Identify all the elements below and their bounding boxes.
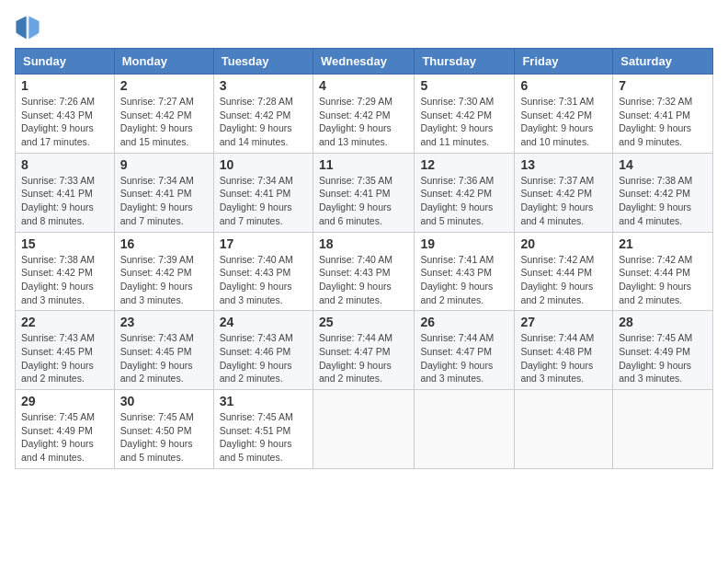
calendar-cell: 30 Sunrise: 7:45 AM Sunset: 4:50 PM Dayl… <box>114 390 213 469</box>
calendar-cell: 12 Sunrise: 7:36 AM Sunset: 4:42 PM Dayl… <box>415 153 515 232</box>
day-info: Sunrise: 7:35 AM Sunset: 4:41 PM Dayligh… <box>319 174 408 228</box>
calendar-header-row: SundayMondayTuesdayWednesdayThursdayFrid… <box>16 49 713 75</box>
calendar-cell: 25 Sunrise: 7:44 AM Sunset: 4:47 PM Dayl… <box>313 311 414 390</box>
day-number: 3 <box>220 78 307 93</box>
calendar-week-row: 15 Sunrise: 7:38 AM Sunset: 4:42 PM Dayl… <box>16 232 713 311</box>
day-info: Sunrise: 7:40 AM Sunset: 4:43 PM Dayligh… <box>319 253 408 307</box>
calendar-cell: 11 Sunrise: 7:35 AM Sunset: 4:41 PM Dayl… <box>313 153 414 232</box>
calendar-cell <box>613 390 713 469</box>
day-number: 6 <box>520 78 607 93</box>
calendar-week-row: 1 Sunrise: 7:26 AM Sunset: 4:43 PM Dayli… <box>16 75 713 154</box>
day-number: 19 <box>420 236 508 251</box>
calendar-cell: 5 Sunrise: 7:30 AM Sunset: 4:42 PM Dayli… <box>415 75 515 154</box>
day-info: Sunrise: 7:32 AM Sunset: 4:41 PM Dayligh… <box>619 95 707 149</box>
day-number: 25 <box>319 315 408 329</box>
calendar-cell: 2 Sunrise: 7:27 AM Sunset: 4:42 PM Dayli… <box>114 75 213 154</box>
day-info: Sunrise: 7:44 AM Sunset: 4:47 PM Dayligh… <box>319 331 408 385</box>
day-number: 11 <box>319 157 408 172</box>
calendar-cell: 10 Sunrise: 7:34 AM Sunset: 4:41 PM Dayl… <box>213 153 313 232</box>
day-number: 28 <box>619 315 707 329</box>
day-header-saturday: Saturday <box>613 49 713 75</box>
calendar-cell: 18 Sunrise: 7:40 AM Sunset: 4:43 PM Dayl… <box>313 232 414 311</box>
calendar-cell: 16 Sunrise: 7:39 AM Sunset: 4:42 PM Dayl… <box>114 232 213 311</box>
day-number: 4 <box>319 78 408 93</box>
day-header-sunday: Sunday <box>16 49 115 75</box>
day-header-friday: Friday <box>515 49 613 75</box>
calendar-cell: 29 Sunrise: 7:45 AM Sunset: 4:49 PM Dayl… <box>16 390 115 469</box>
calendar-week-row: 29 Sunrise: 7:45 AM Sunset: 4:49 PM Dayl… <box>16 390 713 469</box>
day-number: 29 <box>21 394 108 408</box>
day-number: 31 <box>220 394 307 408</box>
day-number: 2 <box>120 78 208 93</box>
day-info: Sunrise: 7:43 AM Sunset: 4:46 PM Dayligh… <box>220 331 307 385</box>
calendar-cell: 20 Sunrise: 7:42 AM Sunset: 4:44 PM Dayl… <box>515 232 613 311</box>
calendar-cell: 19 Sunrise: 7:41 AM Sunset: 4:43 PM Dayl… <box>415 232 515 311</box>
day-info: Sunrise: 7:29 AM Sunset: 4:42 PM Dayligh… <box>319 95 408 149</box>
day-number: 13 <box>520 157 607 172</box>
calendar-cell: 27 Sunrise: 7:44 AM Sunset: 4:48 PM Dayl… <box>515 311 613 390</box>
calendar-cell: 24 Sunrise: 7:43 AM Sunset: 4:46 PM Dayl… <box>213 311 313 390</box>
day-info: Sunrise: 7:45 AM Sunset: 4:49 PM Dayligh… <box>619 331 707 385</box>
calendar-cell: 22 Sunrise: 7:43 AM Sunset: 4:45 PM Dayl… <box>16 311 115 390</box>
day-info: Sunrise: 7:34 AM Sunset: 4:41 PM Dayligh… <box>120 174 208 228</box>
logo-icon <box>15 15 40 40</box>
calendar-cell: 9 Sunrise: 7:34 AM Sunset: 4:41 PM Dayli… <box>114 153 213 232</box>
day-number: 10 <box>220 157 307 172</box>
calendar-week-row: 8 Sunrise: 7:33 AM Sunset: 4:41 PM Dayli… <box>16 153 713 232</box>
calendar-table: SundayMondayTuesdayWednesdayThursdayFrid… <box>15 48 713 469</box>
day-info: Sunrise: 7:28 AM Sunset: 4:42 PM Dayligh… <box>220 95 307 149</box>
calendar-cell: 8 Sunrise: 7:33 AM Sunset: 4:41 PM Dayli… <box>16 153 115 232</box>
day-number: 21 <box>619 236 707 251</box>
day-info: Sunrise: 7:45 AM Sunset: 4:51 PM Dayligh… <box>220 410 307 465</box>
day-number: 18 <box>319 236 408 251</box>
day-info: Sunrise: 7:38 AM Sunset: 4:42 PM Dayligh… <box>21 253 108 307</box>
day-number: 15 <box>21 236 108 251</box>
day-info: Sunrise: 7:44 AM Sunset: 4:48 PM Dayligh… <box>520 331 607 385</box>
calendar-cell: 17 Sunrise: 7:40 AM Sunset: 4:43 PM Dayl… <box>213 232 313 311</box>
day-number: 14 <box>619 157 707 172</box>
day-info: Sunrise: 7:40 AM Sunset: 4:43 PM Dayligh… <box>220 253 307 307</box>
day-info: Sunrise: 7:34 AM Sunset: 4:41 PM Dayligh… <box>220 174 307 228</box>
calendar-week-row: 22 Sunrise: 7:43 AM Sunset: 4:45 PM Dayl… <box>16 311 713 390</box>
calendar-cell: 31 Sunrise: 7:45 AM Sunset: 4:51 PM Dayl… <box>213 390 313 469</box>
calendar-cell: 3 Sunrise: 7:28 AM Sunset: 4:42 PM Dayli… <box>213 75 313 154</box>
day-number: 7 <box>619 78 707 93</box>
page-header <box>15 15 713 40</box>
calendar-cell: 7 Sunrise: 7:32 AM Sunset: 4:41 PM Dayli… <box>613 75 713 154</box>
day-number: 26 <box>420 315 508 329</box>
day-number: 23 <box>120 315 208 329</box>
day-header-wednesday: Wednesday <box>313 49 414 75</box>
day-header-monday: Monday <box>114 49 213 75</box>
calendar-cell <box>415 390 515 469</box>
calendar-cell: 4 Sunrise: 7:29 AM Sunset: 4:42 PM Dayli… <box>313 75 414 154</box>
day-info: Sunrise: 7:37 AM Sunset: 4:42 PM Dayligh… <box>520 174 607 228</box>
calendar-cell: 6 Sunrise: 7:31 AM Sunset: 4:42 PM Dayli… <box>515 75 613 154</box>
day-info: Sunrise: 7:43 AM Sunset: 4:45 PM Dayligh… <box>21 331 108 385</box>
day-info: Sunrise: 7:43 AM Sunset: 4:45 PM Dayligh… <box>120 331 208 385</box>
day-number: 17 <box>220 236 307 251</box>
calendar-cell: 15 Sunrise: 7:38 AM Sunset: 4:42 PM Dayl… <box>16 232 115 311</box>
day-info: Sunrise: 7:41 AM Sunset: 4:43 PM Dayligh… <box>420 253 508 307</box>
day-info: Sunrise: 7:26 AM Sunset: 4:43 PM Dayligh… <box>21 95 108 149</box>
day-number: 5 <box>420 78 508 93</box>
day-number: 9 <box>120 157 208 172</box>
calendar-cell: 21 Sunrise: 7:42 AM Sunset: 4:44 PM Dayl… <box>613 232 713 311</box>
day-info: Sunrise: 7:42 AM Sunset: 4:44 PM Dayligh… <box>619 253 707 307</box>
day-number: 8 <box>21 157 108 172</box>
day-info: Sunrise: 7:44 AM Sunset: 4:47 PM Dayligh… <box>420 331 508 385</box>
day-header-thursday: Thursday <box>415 49 515 75</box>
calendar-cell: 1 Sunrise: 7:26 AM Sunset: 4:43 PM Dayli… <box>16 75 115 154</box>
day-info: Sunrise: 7:36 AM Sunset: 4:42 PM Dayligh… <box>420 174 508 228</box>
day-info: Sunrise: 7:42 AM Sunset: 4:44 PM Dayligh… <box>520 253 607 307</box>
calendar-cell: 26 Sunrise: 7:44 AM Sunset: 4:47 PM Dayl… <box>415 311 515 390</box>
day-number: 16 <box>120 236 208 251</box>
day-info: Sunrise: 7:30 AM Sunset: 4:42 PM Dayligh… <box>420 95 508 149</box>
calendar-cell: 13 Sunrise: 7:37 AM Sunset: 4:42 PM Dayl… <box>515 153 613 232</box>
calendar-cell <box>515 390 613 469</box>
day-info: Sunrise: 7:31 AM Sunset: 4:42 PM Dayligh… <box>520 95 607 149</box>
day-info: Sunrise: 7:45 AM Sunset: 4:49 PM Dayligh… <box>21 410 108 465</box>
calendar-cell <box>313 390 414 469</box>
calendar-cell: 14 Sunrise: 7:38 AM Sunset: 4:42 PM Dayl… <box>613 153 713 232</box>
logo <box>15 15 44 40</box>
day-number: 12 <box>420 157 508 172</box>
